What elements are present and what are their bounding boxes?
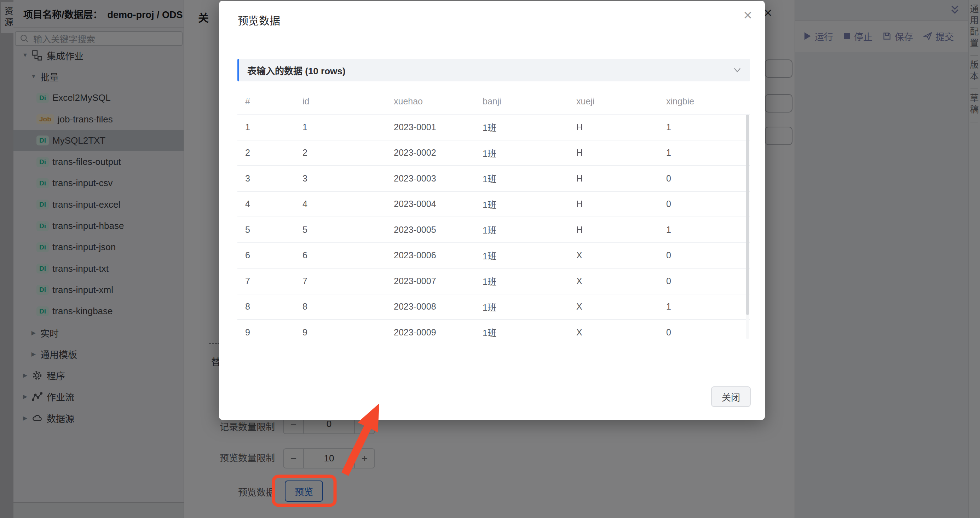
table-cell: 1	[666, 148, 750, 158]
col-header: xingbie	[666, 96, 750, 107]
table-cell: 0	[666, 199, 750, 209]
table-cell: 1班	[482, 300, 576, 313]
table-scrollbar[interactable]	[746, 115, 749, 339]
col-header: xuehao	[394, 96, 482, 107]
table-cell: 0	[666, 276, 750, 286]
table-cell: 1班	[482, 198, 576, 210]
table-row: 662023-00061班X0	[237, 243, 750, 269]
table-row: 882023-00081班X1	[237, 294, 750, 320]
table-cell: 9	[245, 327, 302, 338]
table-cell: 5	[245, 225, 302, 235]
table-cell: 2023-0007	[394, 276, 482, 286]
table-row: 222023-00021班H1	[237, 140, 750, 166]
table-cell: H	[576, 199, 666, 209]
table-cell: 3	[245, 174, 302, 183]
table-cell: 4	[245, 199, 302, 209]
close-button[interactable]: 关闭	[711, 386, 751, 407]
collapse-header-label: 表输入的数据 (10 rows)	[247, 59, 345, 81]
table-cell: 2023-0006	[394, 250, 482, 260]
table-cell: 8	[302, 301, 394, 312]
table-cell: H	[576, 148, 666, 158]
col-header: banji	[482, 96, 576, 107]
modal-close-icon[interactable]: ×	[743, 8, 752, 22]
table-cell: X	[576, 301, 666, 312]
table-cell: 2023-0002	[394, 148, 482, 158]
table-cell: H	[576, 174, 666, 183]
table-row: 552023-00051班H1	[237, 217, 750, 243]
table-row: 992023-00091班X0	[237, 320, 750, 339]
modal-title: 预览数据	[238, 12, 280, 28]
table-cell: 6	[245, 250, 302, 260]
table-cell: 3	[302, 174, 394, 183]
preview-table-header: # id xuehao banji xueji xingbie	[237, 88, 750, 114]
chevron-down-icon[interactable]	[732, 65, 742, 75]
table-cell: 1班	[482, 121, 576, 133]
col-header: id	[302, 96, 394, 107]
table-cell: 1	[666, 301, 750, 312]
table-cell: 2	[245, 148, 302, 158]
table-cell: 1班	[482, 223, 576, 236]
table-row: 442023-00041班H0	[237, 192, 750, 218]
table-cell: 1班	[482, 147, 576, 159]
preview-data-modal: 预览数据 × 表输入的数据 (10 rows) # id xuehao banj…	[219, 1, 765, 420]
col-header: xueji	[576, 96, 666, 107]
app-window: 资源 项目名称/数据层：demo-proj / ODS 输入关键字搜索 ▼集成作…	[0, 0, 980, 518]
table-cell: 5	[302, 225, 394, 235]
table-cell: X	[576, 250, 666, 260]
table-cell: 9	[302, 327, 394, 338]
table-cell: 0	[666, 327, 750, 338]
table-cell: H	[576, 225, 666, 235]
table-cell: 0	[666, 250, 750, 260]
table-cell: 6	[302, 250, 394, 260]
table-cell: 1班	[482, 249, 576, 262]
table-cell: 1	[666, 122, 750, 132]
table-row: 772023-00071班X0	[237, 269, 750, 294]
table-cell: 2023-0003	[394, 174, 482, 183]
scrollbar-thumb[interactable]	[746, 115, 749, 315]
table-cell: X	[576, 327, 666, 338]
table-cell: 2023-0005	[394, 225, 482, 235]
table-cell: 7	[245, 276, 302, 286]
table-cell: 2	[302, 148, 394, 158]
table-cell: 4	[302, 199, 394, 209]
table-cell: 7	[302, 276, 394, 286]
table-cell: 1班	[482, 274, 576, 287]
table-cell: 1	[302, 122, 394, 132]
table-cell: 2023-0008	[394, 301, 482, 312]
table-cell: 1	[666, 225, 750, 235]
table-cell: 1	[245, 122, 302, 132]
preview-table-body: 112023-00011班H1222023-00021班H1332023-000…	[237, 114, 750, 339]
table-cell: 0	[666, 174, 750, 183]
table-cell: 2023-0009	[394, 327, 482, 338]
table-cell: 8	[245, 301, 302, 312]
table-cell: 1班	[482, 326, 576, 339]
table-input-collapse-header[interactable]: 表输入的数据 (10 rows)	[237, 59, 750, 81]
table-cell: H	[576, 122, 666, 132]
accent-bar	[237, 59, 239, 81]
table-cell: 2023-0004	[394, 199, 482, 209]
col-header: #	[245, 96, 302, 107]
table-row: 112023-00011班H1	[237, 115, 750, 140]
table-row: 332023-00031班H0	[237, 166, 750, 192]
table-cell: X	[576, 276, 666, 286]
table-cell: 2023-0001	[394, 122, 482, 132]
table-cell: 1班	[482, 172, 576, 185]
